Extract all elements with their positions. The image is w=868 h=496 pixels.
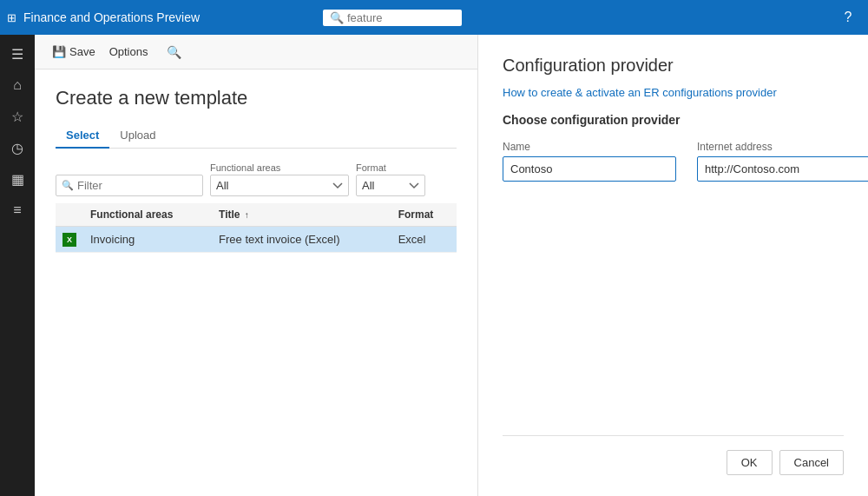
filter-input-wrap[interactable]: 🔍 — [56, 175, 203, 196]
tab-select[interactable]: Select — [56, 123, 109, 149]
name-input[interactable] — [503, 156, 676, 182]
save-icon: 💾 — [52, 45, 66, 58]
save-button[interactable]: 💾 Save — [45, 42, 102, 62]
table-header: Functional areas Title ↑ Format — [56, 203, 457, 227]
top-bar: ⊞ Finance and Operations Preview 🔍 ? — [0, 0, 868, 35]
top-search[interactable]: 🔍 — [323, 10, 462, 26]
internet-address-field-group: Internet address — [697, 141, 868, 182]
sidebar-hamburger[interactable]: ☰ — [0, 38, 35, 69]
search-input[interactable] — [347, 11, 451, 24]
name-field-group: Name — [503, 141, 676, 182]
panel-title: Configuration provider — [503, 56, 844, 76]
options-button[interactable]: Options — [102, 42, 155, 62]
main-layout: ☰ ⌂ ☆ ◷ ▦ ≡ 💾 Save Options 🔍 Create a — [0, 35, 868, 496]
col-functional-areas: Functional areas — [83, 203, 212, 227]
sidebar-modules[interactable]: ▦ — [0, 163, 35, 195]
filter-row: 🔍 Functional areas All Format All — [56, 162, 457, 196]
functional-areas-group: Functional areas All — [210, 162, 349, 196]
row-format: Excel — [391, 227, 457, 253]
right-panel: Configuration provider How to create & a… — [477, 35, 868, 496]
sidebar-favorites[interactable]: ☆ — [0, 101, 35, 132]
filter-group: 🔍 — [56, 175, 203, 196]
name-label: Name — [503, 141, 676, 153]
ok-button[interactable]: OK — [727, 450, 773, 475]
row-functional-areas: Invoicing — [83, 227, 212, 253]
app-title: Finance and Operations Preview — [23, 10, 323, 24]
filter-icon: 🔍 — [62, 180, 74, 191]
sidebar-list[interactable]: ≡ — [0, 195, 35, 226]
panel-footer: OK Cancel — [503, 435, 844, 475]
row-title: Free text invoice (Excel) — [212, 227, 391, 253]
table-row[interactable]: X Invoicing Free text invoice (Excel) Ex… — [56, 227, 457, 253]
internet-address-label: Internet address — [697, 141, 868, 153]
toolbar-search-button[interactable]: 🔍 — [161, 43, 187, 62]
page-title: Create a new template — [56, 87, 457, 109]
format-group: Format All — [356, 162, 425, 196]
sort-icon: ↑ — [245, 210, 249, 220]
cancel-button[interactable]: Cancel — [779, 450, 844, 475]
panel-link[interactable]: How to create & activate an ER configura… — [503, 86, 844, 99]
page-content: Create a new template Select Upload 🔍 — [35, 69, 477, 496]
tab-upload[interactable]: Upload — [109, 123, 166, 149]
content-area: 💾 Save Options 🔍 Create a new template S… — [35, 35, 868, 496]
help-icon[interactable]: ? — [835, 10, 861, 25]
col-title: Title ↑ — [212, 203, 391, 227]
grid-icon[interactable]: ⊞ — [7, 11, 16, 24]
format-select[interactable]: All — [356, 175, 425, 196]
left-panel: 💾 Save Options 🔍 Create a new template S… — [35, 35, 477, 496]
functional-areas-label: Functional areas — [210, 162, 349, 173]
internet-address-input[interactable] — [697, 156, 868, 182]
form-group: Name Internet address — [503, 141, 844, 182]
filter-input[interactable] — [77, 179, 199, 192]
panel-subtitle: Choose configuration provider — [503, 113, 844, 127]
functional-areas-select[interactable]: All — [210, 175, 349, 196]
toolbar: 💾 Save Options 🔍 — [35, 35, 477, 69]
row-icon-cell: X — [56, 227, 83, 253]
tabs: Select Upload — [56, 123, 457, 149]
sidebar-home[interactable]: ⌂ — [0, 69, 35, 101]
col-format: Format — [391, 203, 457, 227]
excel-icon: X — [62, 233, 76, 247]
sidebar: ☰ ⌂ ☆ ◷ ▦ ≡ — [0, 35, 35, 496]
format-label: Format — [356, 162, 425, 173]
col-icon — [56, 203, 83, 227]
sidebar-recent[interactable]: ◷ — [0, 132, 35, 163]
template-table: Functional areas Title ↑ Format — [56, 203, 457, 253]
search-icon: 🔍 — [330, 11, 344, 24]
